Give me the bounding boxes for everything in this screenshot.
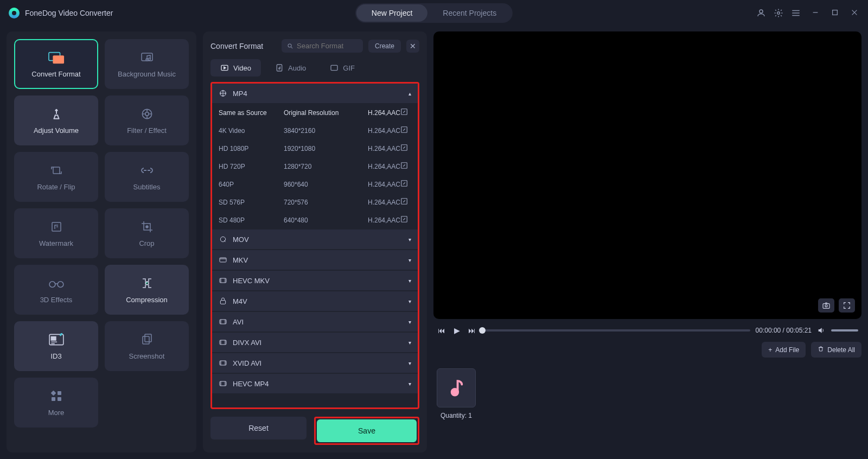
tab-new-project[interactable]: New Project <box>356 4 427 22</box>
volume-slider[interactable] <box>831 329 858 331</box>
reset-button[interactable]: Reset <box>210 417 307 439</box>
close-panel-button[interactable]: ✕ <box>406 40 419 53</box>
chevron-up-icon: ▴ <box>409 91 411 97</box>
tool-label: Filter / Effect <box>127 126 167 135</box>
fullscreen-button[interactable] <box>839 298 855 313</box>
svg-point-31 <box>222 91 224 92</box>
svg-rect-50 <box>823 304 829 309</box>
svg-point-34 <box>225 93 226 94</box>
tool-filter-effect[interactable]: Filter / Effect <box>105 95 189 145</box>
tab-audio[interactable]: Audio <box>265 59 316 76</box>
svg-point-14 <box>58 281 63 287</box>
gif-icon <box>330 63 339 72</box>
edit-icon[interactable] <box>400 162 411 171</box>
edit-icon[interactable] <box>400 215 411 225</box>
chevron-down-icon: ▾ <box>409 340 411 346</box>
create-button[interactable]: Create <box>368 40 401 53</box>
add-file-button[interactable]: + Add File <box>762 342 806 358</box>
format-preset-row[interactable]: 640P 960*640 H.264,AAC <box>212 176 418 193</box>
format-preset-row[interactable]: SD 480P 640*480 H.264,AAC <box>212 212 418 228</box>
tool-compression[interactable]: Compression <box>105 265 189 315</box>
svg-rect-4 <box>53 55 64 63</box>
edit-icon[interactable] <box>400 126 411 135</box>
tool-subtitles[interactable]: Subtitles <box>105 152 189 202</box>
tool-rotate-flip[interactable]: Rotate / Flip <box>14 152 98 202</box>
tool-screenshot[interactable]: Screenshot <box>105 321 189 371</box>
format-preset-row[interactable]: HD 1080P 1920*1080 H.264,AAC <box>212 140 418 157</box>
gear-icon[interactable] <box>774 8 783 18</box>
close-button[interactable] <box>851 9 859 17</box>
svg-rect-28 <box>331 65 337 70</box>
format-group-mp4[interactable]: MP4 ▴ <box>212 84 418 103</box>
maximize-button[interactable] <box>831 9 840 17</box>
format-group-avi[interactable]: AVI ▾ <box>212 312 418 331</box>
svg-rect-19 <box>145 334 151 342</box>
format-group-divx-avi[interactable]: DIVX AVI ▾ <box>212 333 418 352</box>
search-icon <box>287 42 293 50</box>
project-tabs: New Project Recent Projects <box>355 3 513 23</box>
format-group-mkv[interactable]: MKV ▾ <box>212 250 418 270</box>
tool-label: Rotate / Flip <box>37 183 75 191</box>
tool-more[interactable]: More <box>14 378 98 428</box>
format-group-mov[interactable]: MOV ▾ <box>212 229 418 249</box>
format-group-hevc-mp4[interactable]: HEVC MP4 ▾ <box>212 374 418 393</box>
app-title: FoneDog Video Converter <box>25 9 113 17</box>
seek-slider[interactable] <box>482 329 750 331</box>
tool-3d-effects[interactable]: 3D Effects <box>14 265 98 315</box>
svg-rect-17 <box>51 336 56 340</box>
format-panel: Convert Format Create ✕ Video Audio GIF <box>203 31 427 452</box>
edit-icon[interactable] <box>400 108 411 117</box>
filter-icon <box>139 107 155 121</box>
media-item[interactable]: Quantity: 1 <box>437 368 476 447</box>
tool-crop[interactable]: Crop <box>105 208 189 258</box>
search-format-input[interactable] <box>282 39 363 53</box>
format-group-xvid-avi[interactable]: XVID AVI ▾ <box>212 353 418 373</box>
format-group-hevc-mkv[interactable]: HEVC MKV ▾ <box>212 271 418 290</box>
seek-thumb[interactable] <box>479 327 486 334</box>
edit-icon[interactable] <box>400 180 411 189</box>
chevron-down-icon: ▾ <box>409 360 411 366</box>
tab-recent-projects[interactable]: Recent Projects <box>427 4 512 22</box>
menu-icon[interactable] <box>791 8 801 18</box>
play-button[interactable]: ▶ <box>452 326 462 335</box>
chevron-down-icon: ▾ <box>409 278 411 284</box>
tab-gif[interactable]: GIF <box>320 59 365 76</box>
chevron-down-icon: ▾ <box>409 298 411 304</box>
svg-point-30 <box>222 93 224 94</box>
tool-id3[interactable]: ID3 <box>14 321 98 371</box>
tool-background-music[interactable]: Background Music <box>105 39 189 89</box>
music-note-icon <box>448 378 465 398</box>
glasses-icon <box>48 276 65 290</box>
tool-watermark[interactable]: Watermark <box>14 208 98 258</box>
chevron-down-icon: ▾ <box>409 319 411 325</box>
rotate-icon <box>48 163 65 177</box>
tab-video[interactable]: Video <box>210 59 261 76</box>
edit-icon[interactable] <box>400 144 411 153</box>
format-group-m4v[interactable]: M4V ▾ <box>212 291 418 311</box>
audio-icon <box>275 63 284 72</box>
delete-all-button[interactable]: Delete All <box>811 342 861 358</box>
format-preset-row[interactable]: 4K Video 3840*2160 H.264,AAC <box>212 122 418 139</box>
quantity-label: Quantity: 1 <box>441 412 472 419</box>
snapshot-button[interactable] <box>818 298 834 313</box>
tool-convert-format[interactable]: Convert Format <box>14 39 98 89</box>
svg-point-32 <box>222 95 224 96</box>
user-icon[interactable] <box>756 8 766 18</box>
edit-icon[interactable] <box>400 197 411 207</box>
next-button[interactable]: ⏭ <box>467 326 477 335</box>
app-logo-icon <box>9 8 20 18</box>
plus-icon: + <box>768 346 772 354</box>
chevron-down-icon: ▾ <box>409 381 411 387</box>
format-preset-row[interactable]: Same as Source Original Resolution H.264… <box>212 104 418 121</box>
format-preset-row[interactable]: SD 576P 720*576 H.264,AAC <box>212 194 418 211</box>
volume-icon[interactable] <box>817 326 826 335</box>
save-button[interactable]: Save <box>317 419 417 442</box>
lock-icon <box>219 297 227 305</box>
trash-icon <box>818 346 824 354</box>
format-preset-row[interactable]: HD 720P 1280*720 H.264,AAC <box>212 158 418 175</box>
film-icon <box>219 317 227 326</box>
minimize-button[interactable] <box>812 9 820 17</box>
tool-adjust-volume[interactable]: Adjust Volume <box>14 95 98 145</box>
prev-button[interactable]: ⏮ <box>437 326 446 335</box>
svg-rect-18 <box>143 336 149 344</box>
